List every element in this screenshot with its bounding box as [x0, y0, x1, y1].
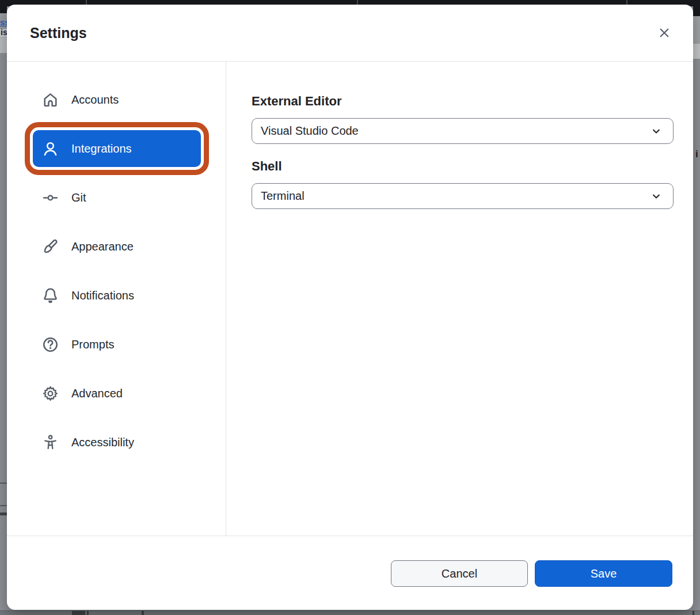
- sidebar-item-label: Accessibility: [71, 436, 134, 449]
- save-button[interactable]: Save: [535, 560, 672, 587]
- sidebar-item-label: Accounts: [71, 93, 119, 107]
- sidebar-item-label: Integrations: [71, 142, 132, 155]
- background-left-line: [0, 512, 7, 515]
- dialog-footer: Cancel Save: [7, 536, 693, 610]
- shell-value: Terminal: [261, 189, 305, 203]
- sidebar-item-label: Prompts: [71, 338, 114, 351]
- settings-sidebar: Accounts Integrations Git Appearance: [7, 62, 226, 536]
- chevron-down-icon: [650, 125, 663, 138]
- settings-dialog: Settings Accounts Integrations: [7, 5, 693, 610]
- sidebar-item-label: Appearance: [71, 240, 134, 253]
- person-icon: [41, 140, 59, 157]
- external-editor-select[interactable]: Visual Studio Code: [252, 118, 674, 144]
- page-title: Settings: [30, 25, 87, 41]
- external-editor-value: Visual Studio Code: [261, 124, 359, 138]
- question-icon: [41, 336, 59, 353]
- background-right-band: [693, 16, 700, 44]
- sidebar-item-label: Notifications: [71, 289, 134, 302]
- external-editor-heading: External Editor: [252, 93, 674, 109]
- shell-heading: Shell: [252, 158, 674, 174]
- cancel-button[interactable]: Cancel: [391, 560, 528, 587]
- dialog-body: Accounts Integrations Git Appearance: [7, 62, 693, 536]
- sidebar-item-accounts[interactable]: Accounts: [33, 81, 201, 118]
- sidebar-item-integrations[interactable]: Integrations: [33, 130, 201, 167]
- sidebar-item-git[interactable]: Git: [33, 179, 201, 216]
- home-icon: [41, 91, 59, 108]
- commit-icon: [41, 189, 59, 206]
- background-left-line: [0, 505, 7, 506]
- background-left-line: [0, 483, 7, 484]
- background-right-band-2: [693, 44, 700, 59]
- chevron-down-icon: [650, 190, 663, 203]
- background-right-top: [693, 0, 700, 16]
- sidebar-item-advanced[interactable]: Advanced: [33, 375, 201, 412]
- close-icon: [657, 26, 671, 40]
- dialog-header: Settings: [7, 5, 693, 62]
- paintbrush-icon: [41, 238, 59, 255]
- shell-select[interactable]: Terminal: [252, 183, 674, 209]
- sidebar-item-label: Git: [71, 191, 86, 204]
- sidebar-item-label: Advanced: [71, 387, 123, 400]
- accessibility-icon: [41, 434, 59, 451]
- sidebar-item-appearance[interactable]: Appearance: [33, 228, 201, 265]
- sidebar-item-prompts[interactable]: Prompts: [33, 326, 201, 363]
- settings-content: External Editor Visual Studio Code Shell…: [226, 62, 693, 536]
- background-left-band-2: [0, 37, 7, 53]
- bell-icon: [41, 287, 59, 304]
- close-button[interactable]: [653, 21, 676, 44]
- sidebar-item-accessibility[interactable]: Accessibility: [33, 424, 201, 461]
- background-bottom-bar: [0, 610, 700, 615]
- background-left-top: [0, 0, 7, 13]
- background-link-fragment: ss: [0, 17, 7, 28]
- background-text-fragment: is: [1, 28, 7, 37]
- background-text-fragment: i: [695, 149, 700, 160]
- gear-icon: [41, 385, 59, 402]
- sidebar-item-notifications[interactable]: Notifications: [33, 277, 201, 314]
